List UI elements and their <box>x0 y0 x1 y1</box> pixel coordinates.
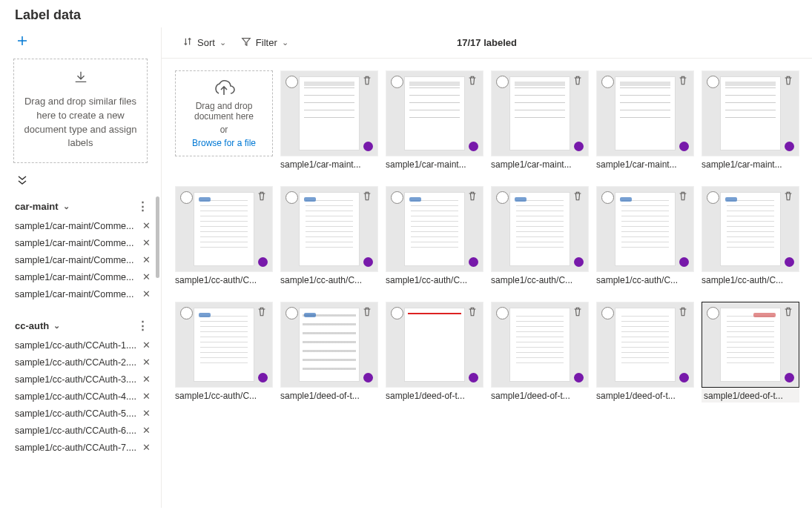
document-card[interactable]: sample1/car-maint... <box>491 70 589 170</box>
document-thumbnail[interactable] <box>596 70 694 156</box>
remove-file-button[interactable]: ✕ <box>138 425 155 436</box>
add-document-type-button[interactable] <box>0 27 161 59</box>
document-thumbnail[interactable] <box>702 70 799 156</box>
delete-button[interactable] <box>360 74 374 89</box>
document-thumbnail[interactable] <box>702 186 799 272</box>
select-checkbox[interactable] <box>707 76 719 88</box>
document-thumbnail[interactable] <box>702 302 799 388</box>
file-item[interactable]: sample1/cc-auth/CCAuth-5....✕ <box>15 405 158 422</box>
delete-button[interactable] <box>570 305 585 320</box>
delete-button[interactable] <box>570 190 585 205</box>
document-card[interactable]: sample1/car-maint... <box>596 70 694 170</box>
delete-button[interactable] <box>254 305 269 320</box>
document-thumbnail[interactable] <box>175 302 273 388</box>
select-checkbox[interactable] <box>285 191 298 204</box>
select-checkbox[interactable] <box>601 76 614 88</box>
document-card[interactable]: sample1/deed-of-t... <box>386 302 483 403</box>
file-item[interactable]: sample1/cc-auth/CCAuth-6....✕ <box>15 422 158 439</box>
document-thumbnail[interactable] <box>280 302 378 388</box>
document-thumbnail[interactable] <box>386 70 483 156</box>
group-toggle[interactable]: car-maint⌄ <box>15 201 70 212</box>
document-thumbnail[interactable] <box>596 302 694 388</box>
remove-file-button[interactable]: ✕ <box>138 220 155 231</box>
document-thumbnail[interactable] <box>491 186 589 272</box>
delete-button[interactable] <box>570 74 585 89</box>
collapse-all-button[interactable] <box>0 172 161 196</box>
filter-button[interactable]: Filter ⌄ <box>234 33 296 52</box>
document-card[interactable]: sample1/cc-auth/C... <box>280 186 378 285</box>
delete-button[interactable] <box>781 74 796 89</box>
remove-file-button[interactable]: ✕ <box>138 271 155 282</box>
delete-button[interactable] <box>676 305 690 320</box>
delete-button[interactable] <box>360 190 374 205</box>
document-thumbnail[interactable] <box>280 70 378 156</box>
delete-button[interactable] <box>676 74 690 89</box>
document-card[interactable]: sample1/cc-auth/C... <box>386 186 483 285</box>
file-item[interactable]: sample1/cc-auth/CCAuth-3....✕ <box>15 371 158 388</box>
select-checkbox[interactable] <box>180 307 193 319</box>
document-card[interactable]: sample1/deed-of-t... <box>491 302 589 403</box>
document-card[interactable]: sample1/cc-auth/C... <box>491 186 589 285</box>
document-card[interactable]: sample1/deed-of-t... <box>596 302 694 403</box>
remove-file-button[interactable]: ✕ <box>138 340 155 351</box>
document-card[interactable]: sample1/cc-auth/C... <box>175 186 273 285</box>
scrollbar-thumb[interactable] <box>156 196 159 278</box>
select-checkbox[interactable] <box>391 307 403 319</box>
document-card[interactable]: sample1/car-maint... <box>280 70 378 170</box>
document-card[interactable]: sample1/cc-auth/C... <box>702 186 799 285</box>
document-card[interactable]: sample1/cc-auth/C... <box>596 186 694 285</box>
remove-file-button[interactable]: ✕ <box>138 442 155 453</box>
delete-button[interactable] <box>465 305 480 320</box>
browse-link[interactable]: Browse for a file <box>192 138 256 148</box>
upload-dropzone[interactable]: Drag and drop document here or Browse fo… <box>175 70 273 156</box>
group-more-button[interactable]: ⋮ <box>133 199 154 213</box>
group-toggle[interactable]: cc-auth⌄ <box>15 320 60 331</box>
document-card[interactable]: sample1/car-maint... <box>702 70 799 170</box>
select-checkbox[interactable] <box>496 307 509 319</box>
remove-file-button[interactable]: ✕ <box>138 254 155 265</box>
document-card[interactable]: sample1/car-maint... <box>386 70 483 170</box>
select-checkbox[interactable] <box>601 307 614 319</box>
select-checkbox[interactable] <box>180 191 193 204</box>
select-checkbox[interactable] <box>285 307 298 319</box>
document-thumbnail[interactable] <box>175 186 273 272</box>
select-checkbox[interactable] <box>707 191 719 204</box>
file-item[interactable]: sample1/car-maint/Comme...✕ <box>15 268 158 285</box>
remove-file-button[interactable]: ✕ <box>138 408 155 419</box>
document-thumbnail[interactable] <box>280 186 378 272</box>
select-checkbox[interactable] <box>707 307 719 319</box>
document-thumbnail[interactable] <box>386 302 483 388</box>
select-checkbox[interactable] <box>285 76 298 88</box>
document-thumbnail[interactable] <box>386 186 483 272</box>
new-type-dropzone[interactable]: Drag and drop similar files here to crea… <box>13 59 148 163</box>
document-card[interactable]: sample1/deed-of-t... <box>702 302 799 403</box>
file-item[interactable]: sample1/car-maint/Comme...✕ <box>15 285 158 302</box>
delete-button[interactable] <box>465 74 480 89</box>
select-checkbox[interactable] <box>496 76 509 88</box>
remove-file-button[interactable]: ✕ <box>138 391 155 402</box>
remove-file-button[interactable]: ✕ <box>138 288 155 299</box>
delete-button[interactable] <box>465 190 480 205</box>
file-item[interactable]: sample1/cc-auth/CCAuth-7....✕ <box>15 439 158 456</box>
document-thumbnail[interactable] <box>491 70 589 156</box>
select-checkbox[interactable] <box>391 191 403 204</box>
file-item[interactable]: sample1/car-maint/Comme...✕ <box>15 217 158 234</box>
file-item[interactable]: sample1/car-maint/Comme...✕ <box>15 251 158 268</box>
delete-button[interactable] <box>781 190 796 205</box>
select-checkbox[interactable] <box>496 191 509 204</box>
file-item[interactable]: sample1/cc-auth/CCAuth-4....✕ <box>15 388 158 405</box>
sort-button[interactable]: Sort ⌄ <box>175 33 234 52</box>
select-checkbox[interactable] <box>391 76 403 88</box>
document-card[interactable]: sample1/cc-auth/C... <box>175 302 273 403</box>
file-item[interactable]: sample1/cc-auth/CCAuth-1....✕ <box>15 337 158 354</box>
group-more-button[interactable]: ⋮ <box>133 319 154 332</box>
document-thumbnail[interactable] <box>596 186 694 272</box>
document-card[interactable]: sample1/deed-of-t... <box>280 302 378 403</box>
select-checkbox[interactable] <box>601 191 614 204</box>
remove-file-button[interactable]: ✕ <box>138 374 155 385</box>
remove-file-button[interactable]: ✕ <box>138 357 155 368</box>
remove-file-button[interactable]: ✕ <box>138 237 155 248</box>
document-thumbnail[interactable] <box>491 302 589 388</box>
delete-button[interactable] <box>676 190 690 205</box>
file-item[interactable]: sample1/cc-auth/CCAuth-2....✕ <box>15 354 158 371</box>
